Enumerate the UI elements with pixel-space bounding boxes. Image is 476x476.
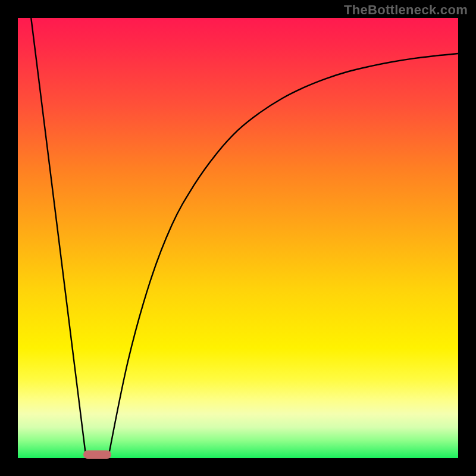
watermark-text: TheBottleneck.com: [344, 2, 468, 18]
curve-layer: [18, 18, 458, 458]
chart-frame: TheBottleneck.com: [0, 0, 476, 476]
min-marker: [83, 450, 111, 459]
right-branch-curve: [108, 54, 458, 458]
plot-area: [18, 18, 458, 458]
left-branch-curve: [31, 18, 86, 458]
